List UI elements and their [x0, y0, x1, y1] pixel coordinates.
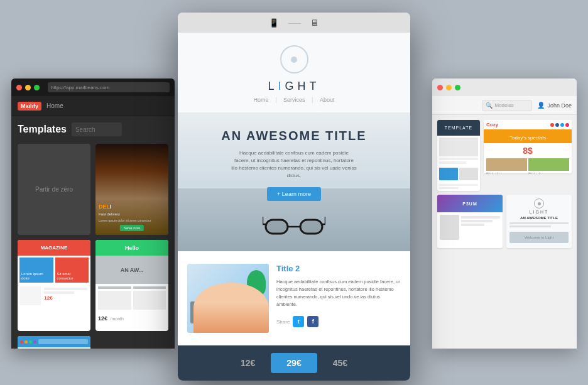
- p3um-label: P3UM: [462, 202, 477, 206]
- right-search-text: Modeles: [494, 102, 513, 108]
- right-search-bar[interactable]: 🔍 Modeles: [482, 100, 532, 111]
- rc2-header: Cozy: [484, 120, 572, 129]
- rc2-promo-text: Today's specials: [509, 135, 546, 141]
- rc2-logo: Cozy: [486, 122, 498, 127]
- right-light-brand: LIGHT: [509, 210, 569, 214]
- price-left: 12€: [241, 358, 255, 368]
- share-twitter-button[interactable]: t: [293, 316, 304, 327]
- right-topbar: 🔍 Modeles 👤 John Doe: [432, 96, 577, 115]
- light-brand: LIGHT: [187, 80, 401, 93]
- right-user-info: 👤 John Doe: [537, 102, 572, 109]
- left-titlebar: https://app.mailbeans.com: [11, 79, 175, 96]
- template-1-cta: Save now: [120, 225, 144, 231]
- right-template-tall-1[interactable]: TEMPLATE: [437, 120, 480, 191]
- section2-body: Hacque aedabilitate confisus cum eadem p…: [276, 278, 401, 308]
- modal-titlebar: 📱 —— 🖥: [178, 13, 410, 33]
- light-hero: AN AWESOME TITLE Hacque aedabilitate con…: [178, 113, 410, 251]
- templates-header: Templates: [18, 122, 168, 136]
- right-titlebar: [432, 79, 577, 96]
- light-logo-circle: [280, 45, 308, 73]
- right-template-cozy[interactable]: Cozy Today's specials 8$: [484, 120, 572, 173]
- right-minimize-dot[interactable]: [446, 85, 452, 90]
- price-right: 45€: [333, 358, 347, 368]
- template-3-hero: AN AW...: [95, 256, 168, 284]
- user-name: John Doe: [547, 102, 572, 109]
- svg-rect-1: [300, 220, 322, 234]
- svg-rect-0: [266, 220, 288, 234]
- learn-more-button[interactable]: + Learn more: [267, 187, 321, 201]
- rc2-image-1: [486, 158, 527, 171]
- left-panel-content: Templates Partir de zéro DELI Fast deliv…: [11, 116, 175, 349]
- url-bar: https://app.mailbeans.com: [48, 82, 170, 92]
- blank-card-label: Partir de zéro: [35, 186, 73, 193]
- template-card-4[interactable]: LOREM IPSUM DOLOR AMET: [18, 336, 90, 349]
- tablet-icon[interactable]: 📱: [269, 18, 279, 28]
- rc2-social: [550, 123, 569, 127]
- share-facebook-button[interactable]: f: [307, 316, 318, 327]
- template-1-image: DELI Fast delivery Lorem ipsum dolor sit…: [95, 144, 168, 235]
- light-section2: Title 2 Hacque aedabilitate confisus cum…: [178, 251, 410, 345]
- right-panel: 🔍 Modeles 👤 John Doe TEMPLATE: [432, 79, 577, 349]
- section2-title: Title 2: [276, 264, 401, 273]
- template-3-header: Hello: [95, 240, 168, 256]
- left-panel: https://app.mailbeans.com Mailify Home T…: [11, 79, 175, 349]
- templates-grid: Partir de zéro DELI Fast delivery Lorem …: [18, 144, 168, 349]
- right-content: TEMPLATE: [432, 115, 577, 253]
- rc2-images: [484, 157, 572, 172]
- glasses-image: [263, 210, 325, 239]
- right-light-title: AN AWESOME TITLE: [506, 215, 572, 220]
- templates-search-input[interactable]: [72, 122, 122, 136]
- right-template-light[interactable]: LIGHT AN AWESOME TITLE Welcome to Light: [506, 195, 572, 248]
- left-topbar: Mailify Home: [11, 96, 175, 116]
- price-center: 29€: [286, 358, 301, 368]
- mailify-logo: Mailify: [18, 102, 41, 111]
- rc2-promo-banner: Today's specials: [484, 129, 572, 143]
- rc2-image-2: [528, 158, 569, 171]
- template-3-body: 12€ /month: [95, 284, 168, 325]
- light-section2-image: [187, 264, 269, 333]
- minimize-dot[interactable]: [25, 85, 31, 90]
- price-option-center[interactable]: 29€: [271, 353, 317, 373]
- maximize-dot[interactable]: [34, 85, 40, 90]
- right-template-p3um[interactable]: P3UM: [437, 195, 503, 248]
- light-logo-inner: [291, 57, 297, 63]
- rc2-captions: Title 1 Title 1: [484, 172, 572, 173]
- close-dot[interactable]: [16, 85, 22, 90]
- templates-title: Templates: [18, 124, 67, 135]
- search-icon: 🔍: [486, 102, 493, 109]
- light-section2-text: Title 2 Hacque aedabilitate confisus cum…: [276, 264, 401, 333]
- template-card-3[interactable]: Hello AN AW... 12€ /month: [95, 240, 168, 331]
- url-text: https://app.mailbeans.com: [51, 85, 109, 90]
- light-hero-title: AN AWESOME TITLE: [190, 129, 398, 143]
- share-row: Share t f: [276, 316, 401, 327]
- template-card-blank[interactable]: Partir de zéro: [18, 144, 90, 235]
- price-option-right[interactable]: 45€: [317, 358, 363, 368]
- hand-decoration: [193, 283, 269, 333]
- template-card-1[interactable]: DELI Fast delivery Lorem ipsum dolor sit…: [95, 144, 168, 235]
- center-modal: 📱 —— 🖥 LIGHT Home | Services | About AN …: [178, 13, 410, 381]
- modal-footer: 12€ 29€ 45€: [178, 345, 410, 381]
- rc2-caption-2: Title 1: [528, 172, 569, 173]
- rc2-caption-1: Title 1: [486, 172, 527, 173]
- right-close-dot[interactable]: [437, 85, 443, 90]
- user-icon: 👤: [537, 102, 545, 109]
- home-link[interactable]: Home: [46, 102, 63, 109]
- light-hero-subtitle: Hacque aedabilitate confisus cum eadem p…: [231, 149, 357, 180]
- template-preview: LIGHT Home | Services | About AN AWESOME…: [178, 33, 410, 345]
- template-1-text: DELI Fast delivery Lorem ipsum dolor sit…: [99, 203, 165, 222]
- rc2-price: 8$: [523, 146, 533, 156]
- right-maximize-dot[interactable]: [455, 85, 460, 90]
- desktop-icon[interactable]: 🖥: [310, 18, 319, 28]
- light-nav: Home | Services | About: [187, 97, 401, 103]
- price-option-left[interactable]: 12€: [225, 358, 271, 368]
- light-template-header: LIGHT Home | Services | About: [178, 33, 410, 113]
- template-card-2[interactable]: MAGAZINE Lorem ipsum dolor Sit amet cons…: [18, 240, 90, 331]
- share-label: Share: [276, 319, 290, 325]
